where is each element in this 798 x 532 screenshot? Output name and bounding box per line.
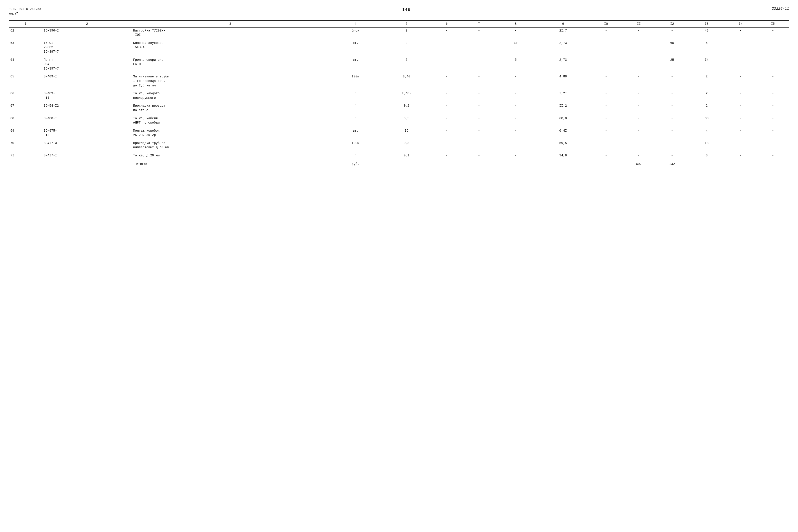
col-header-10: IO xyxy=(590,20,622,27)
table-row: 63.I6-OI 2-362 IO-397-7Колонка звуковая … xyxy=(9,40,789,55)
col-header-9: 9 xyxy=(536,20,590,27)
col-header-1: I xyxy=(9,20,42,27)
col-header-11: II xyxy=(622,20,656,27)
header-center: -I48- xyxy=(41,7,772,12)
page-header: т.п. 291-8-23с.88 Ал.УП -I48- 23226-11 xyxy=(9,7,789,16)
col-header-5: 5 xyxy=(382,20,431,27)
header-right: 23226-11 xyxy=(772,7,789,11)
table-row: 69.IO-975- -I2Монтаж коробок УК-2П, УК-2… xyxy=(9,128,789,138)
col-header-12: I2 xyxy=(656,20,689,27)
table-row: 67.IO-54-I2Прокладка провода по стене"0,… xyxy=(9,103,789,113)
col-header-4: 4 xyxy=(328,20,382,27)
row-spacer xyxy=(9,55,789,57)
row-spacer xyxy=(9,126,789,128)
row-spacer xyxy=(9,38,789,40)
row-spacer xyxy=(9,114,789,115)
row-spacer xyxy=(9,89,789,91)
header-left-line2: Ал.УП xyxy=(9,12,41,16)
header-left: т.п. 291-8-23с.88 Ал.УП xyxy=(9,7,41,16)
main-table: I 2 3 4 5 6 7 8 9 IO II I2 I3 I4 I5 62.I… xyxy=(9,20,789,167)
itogo-row: Итого:руб.------602I42-- xyxy=(9,160,789,167)
col-header-6: 6 xyxy=(431,20,463,27)
col-header-2: 2 xyxy=(42,20,132,27)
row-spacer xyxy=(9,101,789,103)
col-header-13: I3 xyxy=(689,20,725,27)
table-row: 65.8-409-IЗатягивание в трубы I-го прово… xyxy=(9,74,789,89)
col-header-14: I4 xyxy=(725,20,757,27)
col-header-3: 3 xyxy=(132,20,329,27)
row-spacer xyxy=(9,72,789,74)
table-row: 64.Пр-нт 084 IO-397-7Громкоговоритель ГА… xyxy=(9,57,789,72)
col-header-8: 8 xyxy=(495,20,536,27)
row-spacer xyxy=(9,151,789,153)
col-header-7: 7 xyxy=(463,20,495,27)
col-header-15: I5 xyxy=(757,20,789,27)
header-left-line1: т.п. 291-8-23с.88 xyxy=(9,7,41,12)
table-row: 62.IO-396-IНастройка ТУI00У- –IOIблок2--… xyxy=(9,27,789,38)
row-spacer xyxy=(9,138,789,140)
table-header-row: I 2 3 4 5 6 7 8 9 IO II I2 I3 I4 I5 xyxy=(9,20,789,27)
table-row: 68.8-400-IТо же, кабеля АНРГ по скобам"0… xyxy=(9,115,789,126)
table-row: 66.8-409- -IIТо же, каждого последующего… xyxy=(9,91,789,101)
table-row: 7I.8-4I7-IТо же, д.20 мм"0,I---34,8---3-… xyxy=(9,153,789,160)
table-row: 70.8-4I7-3Прокладка труб ви- нипластовых… xyxy=(9,140,789,151)
